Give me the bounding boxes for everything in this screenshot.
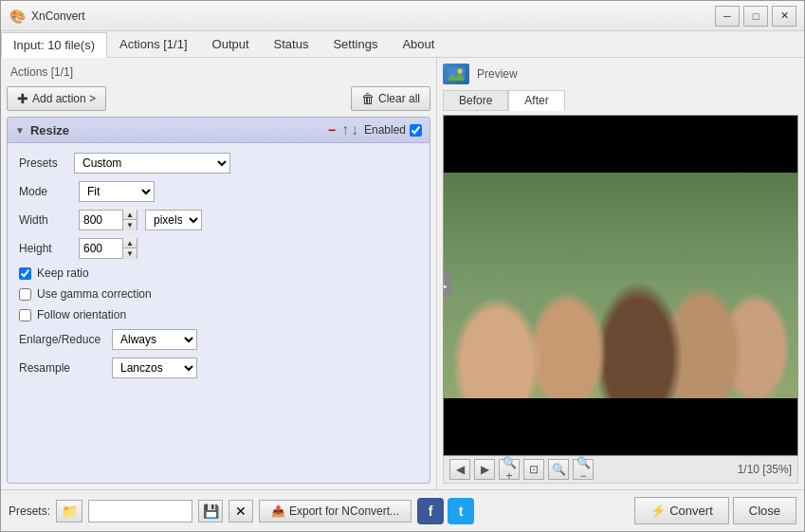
content-area: Actions [1/1] ✚ Add action > 🗑 Clear all… [1, 58, 804, 489]
keep-ratio-row: Keep ratio [19, 266, 418, 280]
height-row: Height ▲ ▼ [19, 238, 418, 259]
preview-tabs: Before After [443, 90, 798, 111]
mode-row: Mode Fit Stretch Crop [19, 181, 418, 202]
height-input[interactable] [80, 239, 122, 258]
preview-controls: ◀ ▶ 🔍+ ⊡ 🔍 🔍− 1/10 [35%] [443, 456, 798, 484]
zoom-out-button[interactable]: 🔍− [573, 459, 594, 480]
presets-label: Presets [19, 156, 66, 170]
title-text: XnConvert [31, 9, 715, 23]
action-body: Presets Custom Mode Fit Stretch Crop [8, 143, 430, 388]
photo-area [444, 173, 797, 398]
action-up-button[interactable]: ↑ [341, 121, 349, 138]
gamma-correction-row: Use gamma correction [19, 287, 418, 301]
before-tab[interactable]: Before [443, 90, 508, 111]
fit-button[interactable]: ⊡ [523, 459, 544, 480]
tab-status[interactable]: Status [262, 31, 321, 57]
zoom-in-button[interactable]: 🔍+ [499, 459, 520, 480]
minimize-button[interactable]: ─ [715, 6, 740, 27]
close-window-button[interactable]: ✕ [772, 6, 796, 27]
left-panel: Actions [1/1] ✚ Add action > 🗑 Clear all… [1, 58, 437, 489]
tab-about[interactable]: About [390, 31, 447, 57]
action-nav: ↑ ↓ [341, 121, 358, 138]
preview-header: Preview [443, 64, 798, 84]
right-panel: Preview Before After ▶ [437, 58, 804, 489]
action-buttons: ⚡ Convert Close [634, 497, 796, 524]
keep-ratio-checkbox[interactable] [19, 267, 31, 280]
unit-select[interactable]: pixels percent cm [145, 210, 202, 230]
tab-settings[interactable]: Settings [320, 31, 390, 57]
mode-label: Mode [19, 185, 71, 198]
resample-label: Resample [19, 361, 104, 375]
follow-orientation-row: Follow orientation [19, 308, 418, 321]
add-action-button[interactable]: ✚ Add action > [7, 86, 106, 111]
toolbar: ✚ Add action > 🗑 Clear all [7, 86, 430, 111]
status-bar: Presets: 📁 💾 ✕ 📤 Export for NConvert... … [1, 489, 804, 531]
mode-select[interactable]: Fit Stretch Crop [79, 181, 155, 202]
presets-section: Presets: 📁 💾 ✕ [9, 500, 253, 523]
zoom-fit-button[interactable]: 🔍 [548, 459, 569, 480]
svg-point-2 [458, 69, 463, 74]
actions-section-label: Actions [1/1] [7, 64, 430, 81]
clear-icon: 🗑 [361, 91, 375, 106]
height-label: Height [19, 242, 71, 255]
keep-ratio-label: Keep ratio [37, 266, 89, 280]
enabled-checkbox[interactable] [410, 124, 422, 137]
height-increment[interactable]: ▲ [123, 238, 137, 248]
width-row: Width ▲ ▼ pixels percent cm [19, 210, 418, 230]
height-spinner: ▲ ▼ [122, 238, 137, 259]
enlarge-select[interactable]: Always Enlarge only Reduce only [112, 329, 197, 350]
panel-toggle-button[interactable]: ▶ [443, 274, 451, 297]
preview-area: ▶ [443, 115, 798, 456]
presets-name-input[interactable] [88, 500, 192, 523]
close-button[interactable]: Close [733, 497, 796, 524]
remove-action-button[interactable]: − [328, 122, 336, 138]
twitter-button[interactable]: t [448, 498, 474, 524]
menu-bar: Input: 10 file(s) Actions [1/1] Output S… [1, 31, 804, 58]
presets-save-button[interactable]: 💾 [198, 500, 223, 523]
tab-output[interactable]: Output [200, 31, 262, 57]
export-button[interactable]: 📤 Export for NConvert... [259, 500, 412, 523]
gamma-correction-checkbox[interactable] [19, 288, 31, 301]
clear-all-button[interactable]: 🗑 Clear all [351, 86, 430, 111]
preview-image [444, 116, 797, 455]
social-buttons: f t [417, 498, 474, 524]
action-title: Resize [30, 123, 322, 138]
enlarge-reduce-row: Enlarge/Reduce Always Enlarge only Reduc… [19, 329, 418, 350]
enlarge-reduce-label: Enlarge/Reduce [19, 333, 104, 346]
facebook-button[interactable]: f [417, 498, 444, 524]
action-header: ▼ Resize − ↑ ↓ Enabled [8, 118, 430, 143]
width-spinner: ▲ ▼ [122, 210, 137, 230]
next-image-button[interactable]: ▶ [474, 459, 495, 480]
prev-image-button[interactable]: ◀ [449, 459, 470, 480]
maximize-button[interactable]: □ [743, 6, 768, 27]
width-input[interactable] [80, 211, 122, 229]
resample-select[interactable]: Lanczos Bilinear Bicubic None [112, 358, 197, 378]
convert-button[interactable]: ⚡ Convert [634, 497, 729, 524]
image-info: 1/10 [35%] [738, 463, 792, 476]
width-decrement[interactable]: ▼ [123, 220, 137, 230]
action-box: ▼ Resize − ↑ ↓ Enabled Presets [7, 117, 430, 484]
app-icon: 🎨 [9, 8, 26, 25]
action-down-button[interactable]: ↓ [351, 121, 358, 138]
tab-actions[interactable]: Actions [1/1] [107, 31, 200, 57]
presets-row: Presets Custom [19, 153, 418, 174]
preview-title: Preview [477, 67, 518, 81]
window-controls: ─ □ ✕ [715, 6, 796, 27]
presets-folder-button[interactable]: 📁 [56, 500, 82, 523]
convert-icon: ⚡ [650, 504, 666, 518]
tab-input[interactable]: Input: 10 file(s) [1, 32, 107, 58]
black-bar-top [444, 116, 797, 173]
after-tab[interactable]: After [508, 90, 564, 111]
enabled-label: Enabled [364, 123, 422, 137]
main-window: 🎨 XnConvert ─ □ ✕ Input: 10 file(s) Acti… [0, 0, 805, 532]
presets-delete-button[interactable]: ✕ [229, 500, 253, 523]
width-increment[interactable]: ▲ [123, 210, 137, 220]
height-decrement[interactable]: ▼ [123, 248, 137, 259]
width-label: Width [19, 213, 71, 227]
presets-select[interactable]: Custom [74, 153, 230, 174]
presets-bar-label: Presets: [9, 504, 50, 518]
resample-row: Resample Lanczos Bilinear Bicubic None [19, 358, 418, 378]
follow-orientation-checkbox[interactable] [19, 309, 31, 321]
export-icon: 📤 [271, 504, 285, 518]
collapse-icon[interactable]: ▼ [15, 125, 25, 136]
